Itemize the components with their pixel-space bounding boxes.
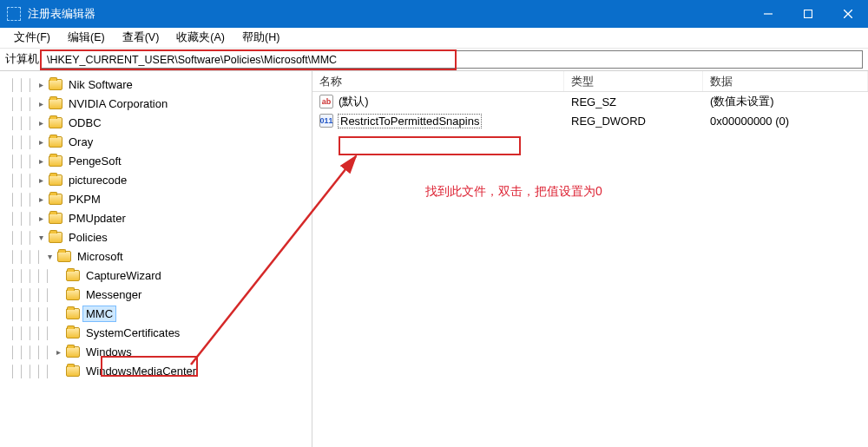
menu-file[interactable]: 文件(F): [5, 29, 59, 47]
tree-node-label: PMUpdater: [66, 211, 128, 226]
column-type[interactable]: 类型: [564, 71, 703, 91]
tree-node[interactable]: │││▸PengeSoft: [9, 151, 312, 170]
dword-value-icon: 011: [319, 114, 333, 128]
folder-icon: [49, 194, 62, 205]
list-rows: ab(默认)REG_SZ(数值未设置)011RestrictToPermitte…: [312, 92, 868, 130]
folder-icon: [49, 213, 62, 224]
folder-icon: [49, 155, 62, 167]
tree-node-label: CaptureWizard: [83, 268, 164, 283]
app-icon: [7, 7, 21, 21]
chevron-right-icon[interactable]: ▸: [35, 154, 47, 167]
folder-icon: [49, 79, 62, 90]
titlebar: 注册表编辑器: [0, 0, 868, 28]
value-type: REG_DWORD: [564, 115, 703, 128]
value-list: 名称 类型 数据 ab(默认)REG_SZ(数值未设置)011RestrictT…: [312, 71, 868, 447]
folder-icon: [66, 365, 80, 377]
svg-rect-1: [805, 10, 812, 18]
chevron-right-icon[interactable]: ▸: [52, 345, 64, 358]
tree-node[interactable]: │││││·Messenger: [9, 285, 312, 304]
minimize-icon: [764, 10, 773, 18]
folder-icon: [66, 346, 80, 358]
tree-node-label: NVIDIA Corporation: [66, 96, 170, 111]
chevron-right-icon[interactable]: ▸: [35, 97, 47, 109]
tree-node[interactable]: │││▸picturecode: [9, 170, 312, 189]
value-type: REG_SZ: [564, 95, 703, 108]
tree-node-label: PengeSoft: [66, 154, 124, 168]
chevron-right-icon[interactable]: ▸: [35, 212, 47, 224]
menu-edit[interactable]: 编辑(E): [59, 29, 114, 47]
tree-node-label: SystemCertificates: [83, 325, 182, 340]
tree-node-label: Microsoft: [75, 249, 126, 264]
folder-icon: [66, 308, 80, 319]
tree-node-label: Policies: [66, 230, 110, 245]
close-icon: [844, 10, 852, 18]
folder-icon: [49, 117, 62, 128]
column-data[interactable]: 数据: [703, 71, 868, 91]
value-data: (数值未设置): [703, 94, 868, 109]
tree-node[interactable]: │││▸Oray: [9, 132, 312, 151]
tree-node-label: WindowsMediaCenter: [83, 364, 199, 378]
menubar: 文件(F) 编辑(E) 查看(V) 收藏夹(A) 帮助(H): [0, 28, 868, 49]
tree-node-label: picturecode: [66, 173, 129, 187]
tree-node[interactable]: │││││·SystemCertificates: [9, 323, 312, 342]
column-name[interactable]: 名称: [312, 71, 564, 91]
value-name: (默认): [339, 94, 369, 109]
tree-node[interactable]: │││▾Policies: [9, 227, 312, 247]
folder-icon: [49, 98, 62, 109]
content-area: │││▸Nik Software│││▸NVIDIA Corporation││…: [0, 71, 868, 447]
tree-node[interactable]: │││▸PMUpdater: [9, 208, 312, 227]
list-row[interactable]: ab(默认)REG_SZ(数值未设置): [312, 92, 868, 111]
folder-icon: [49, 232, 62, 243]
registry-tree[interactable]: │││▸Nik Software│││▸NVIDIA Corporation││…: [0, 71, 312, 447]
address-label: 计算机: [5, 52, 39, 67]
tree-node[interactable]: │││││·MMC: [9, 304, 312, 323]
value-data: 0x00000000 (0): [703, 115, 868, 128]
folder-icon: [49, 174, 62, 186]
tree-node-label: MMC: [83, 306, 115, 321]
folder-icon: [66, 327, 80, 339]
list-row[interactable]: 011RestrictToPermittedSnapinsREG_DWORD0x…: [312, 111, 868, 130]
value-name: RestrictToPermittedSnapins: [339, 115, 481, 128]
minimize-button[interactable]: [748, 0, 788, 28]
tree-node-label: Windows: [83, 345, 135, 359]
tree-node[interactable]: │││▸Nik Software: [9, 75, 312, 94]
folder-icon: [49, 136, 62, 148]
address-bar: 计算机: [0, 49, 868, 71]
tree-node[interactable]: ││││▾Microsoft: [9, 247, 312, 266]
tree-node-label: Messenger: [83, 287, 144, 302]
chevron-right-icon[interactable]: ▸: [35, 135, 47, 148]
annotation-text: 找到此文件，双击，把值设置为0: [425, 184, 602, 200]
chevron-right-icon[interactable]: ▸: [35, 174, 47, 186]
chevron-right-icon[interactable]: ▸: [35, 78, 47, 90]
menu-view[interactable]: 查看(V): [114, 29, 168, 47]
tree-node-label: PKPM: [66, 192, 103, 207]
close-button[interactable]: [828, 0, 868, 28]
string-value-icon: ab: [319, 95, 333, 108]
address-path-input[interactable]: [41, 50, 863, 69]
chevron-right-icon[interactable]: ▸: [35, 116, 47, 128]
menu-help[interactable]: 帮助(H): [233, 29, 288, 47]
maximize-icon: [804, 10, 812, 18]
folder-icon: [57, 251, 71, 262]
chevron-down-icon[interactable]: ▾: [43, 250, 56, 262]
tree-node[interactable]: │││▸ODBC: [9, 113, 312, 132]
tree-node[interactable]: │││││·WindowsMediaCenter: [9, 361, 312, 380]
tree-node[interactable]: │││││▸Windows: [9, 342, 312, 361]
chevron-down-icon[interactable]: ▾: [35, 231, 47, 243]
tree-node-label: Nik Software: [66, 77, 135, 92]
tree-node-label: Oray: [66, 135, 95, 149]
maximize-button[interactable]: [788, 0, 828, 28]
tree-node[interactable]: │││▸NVIDIA Corporation: [9, 94, 312, 113]
tree-node-label: ODBC: [66, 115, 104, 130]
tree-node[interactable]: │││││·CaptureWizard: [9, 266, 312, 285]
list-header: 名称 类型 数据: [312, 71, 868, 92]
chevron-right-icon[interactable]: ▸: [35, 193, 47, 205]
folder-icon: [66, 270, 80, 281]
tree-node[interactable]: │││▸PKPM: [9, 189, 312, 208]
menu-favorites[interactable]: 收藏夹(A): [168, 29, 233, 47]
window-title: 注册表编辑器: [28, 6, 748, 22]
folder-icon: [66, 289, 80, 300]
